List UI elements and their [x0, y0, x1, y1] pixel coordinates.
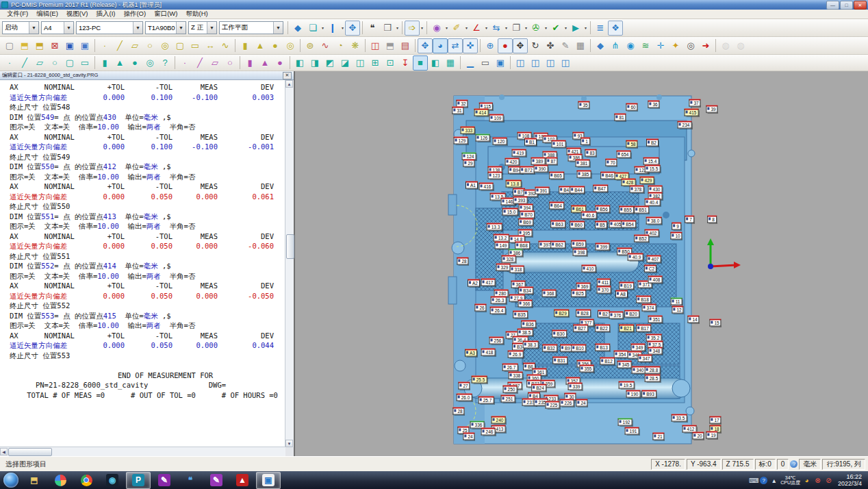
measurement-label[interactable]: 419 — [512, 149, 526, 157]
pan-view-icon[interactable]: ✥ — [418, 38, 433, 53]
view-cube-left-icon[interactable]: ◩ — [322, 55, 337, 71]
help-bubble-icon[interactable]: ? — [760, 477, 767, 484]
meas-point-icon[interactable]: ∙ — [2, 55, 17, 71]
report-layout-2-icon[interactable]: ◫ — [528, 55, 543, 71]
menu-item-1[interactable]: 编辑(E) — [32, 10, 62, 18]
measurement-label[interactable]: 28 — [457, 258, 468, 265]
startup-combo[interactable]: 启动▼ — [2, 21, 39, 34]
measurement-report-text[interactable]: AX NOMINAL+TOL-TOLMEASDEV逼近矢量方向偏差0.0000.… — [0, 80, 285, 447]
coordinate-rotate-icon-dropdown[interactable]: ▾ — [504, 25, 509, 30]
tolerance-check-icon[interactable]: ✇ — [528, 21, 544, 36]
measurement-label[interactable]: B60 — [570, 221, 585, 229]
measurement-label[interactable]: 123 — [488, 172, 502, 179]
measurement-label[interactable]: 26 — [474, 304, 486, 312]
dimension-circle-icon-dropdown[interactable]: ▾ — [444, 25, 449, 30]
measurement-label[interactable]: 17 — [709, 416, 721, 424]
measurement-label[interactable]: 368 — [542, 290, 557, 297]
measurement-label[interactable]: 415 — [685, 109, 699, 116]
grid-view-icon[interactable]: ▦ — [443, 55, 458, 71]
meas-round-slot-icon[interactable]: ▢ — [62, 55, 77, 71]
measurement-label[interactable]: B52 — [634, 235, 649, 242]
cons-cylinder-icon[interactable]: ▮ — [242, 55, 257, 71]
sphere-scan-icon[interactable]: ❋ — [348, 38, 363, 53]
camera-icon[interactable]: ◉ — [623, 38, 638, 53]
measurement-label[interactable]: 385 — [577, 171, 591, 178]
measurement-label[interactable]: 381 — [576, 160, 590, 167]
measurement-label[interactable]: 7 — [685, 216, 694, 223]
measurement-label[interactable]: 109 — [489, 114, 504, 122]
measurement-label[interactable]: 338 — [509, 372, 523, 379]
network-error-icon[interactable]: ⊗ — [813, 477, 822, 484]
measurement-label[interactable]: 39 — [706, 105, 717, 113]
workplane-combo[interactable]: 工作平面▼ — [219, 21, 283, 34]
messenger-app[interactable]: ❝ — [178, 472, 203, 489]
measurement-label[interactable]: B47 — [593, 185, 608, 192]
measurement-label[interactable]: 126 — [476, 134, 490, 142]
measurement-label[interactable]: 40.6 — [581, 212, 597, 219]
measurement-label[interactable]: 240 — [492, 416, 506, 424]
rotate-target-icon[interactable]: ◎ — [683, 38, 698, 53]
input-indicator-icon[interactable]: ⌨ — [749, 477, 758, 484]
machine-combo-arrow-icon[interactable]: ▼ — [133, 22, 142, 34]
report-layout-1-icon[interactable]: ◫ — [513, 55, 528, 71]
measurement-label[interactable]: 329 — [496, 264, 511, 271]
menu-item-5[interactable]: 窗口(W) — [150, 10, 181, 18]
measurement-label[interactable]: 26.9 — [508, 351, 524, 358]
offset-arrow-icon[interactable]: ➜ — [698, 38, 713, 53]
designer-app[interactable]: ✎ — [204, 472, 229, 489]
measurement-label[interactable]: B10 — [571, 344, 586, 352]
measurement-label[interactable]: 250 — [503, 386, 518, 393]
refresh-view-icon[interactable]: ⇄ — [448, 38, 463, 53]
measurement-label[interactable]: 420 — [505, 158, 520, 166]
probe-combo[interactable]: A4▼ — [41, 21, 74, 34]
layers-icon[interactable]: ≋ — [638, 38, 653, 53]
measurement-label[interactable]: 226 — [560, 399, 574, 407]
view-cube-back-icon[interactable]: ◨ — [307, 55, 322, 71]
measurement-label[interactable]: 20 — [692, 432, 704, 440]
measurement-label[interactable]: 15.4 — [643, 158, 659, 165]
measurement-label[interactable]: 190 — [626, 390, 641, 398]
measurement-label[interactable]: 40.4 — [645, 199, 661, 206]
measurement-label[interactable]: 24 — [463, 433, 474, 440]
zoom-fit-icon[interactable]: ✜ — [463, 38, 478, 53]
measurement-label[interactable]: 37 — [689, 99, 700, 107]
meas-square-slot-icon[interactable]: ▭ — [77, 55, 92, 71]
measurement-label[interactable]: 60 — [626, 103, 637, 111]
cpu-temp-widget[interactable]: 34℃ CPU温度 — [780, 475, 800, 486]
view-cube-iso-icon[interactable]: ⊡ — [383, 55, 398, 71]
approve-check-icon-dropdown[interactable]: ▾ — [563, 25, 568, 30]
measurement-label[interactable]: B93 — [641, 390, 656, 398]
coordinate-rotate-icon[interactable]: ⇆ — [489, 21, 504, 36]
cons-circle-icon[interactable]: ○ — [222, 55, 238, 71]
tip-combo-arrow-icon[interactable]: ▼ — [176, 22, 186, 34]
dimension-circle-icon[interactable]: ◉ — [429, 21, 444, 36]
measurement-label[interactable]: 149 — [495, 242, 509, 249]
coreldraw-app[interactable]: ✎ — [152, 472, 177, 489]
shaded-view-icon[interactable]: ◧ — [428, 55, 443, 71]
measurement-label[interactable]: 8 — [707, 216, 717, 223]
auto-line-icon[interactable]: ╱ — [112, 38, 127, 53]
measurement-label[interactable]: B72 — [520, 166, 535, 174]
measurement-label[interactable]: 13.8 — [506, 180, 522, 188]
rotate-3d-icon[interactable]: ✤ — [543, 38, 558, 53]
measurement-label[interactable]: 25.5 — [472, 376, 487, 384]
stylus-icon[interactable]: ✎ — [558, 38, 573, 53]
meas-plane-icon[interactable]: ▱ — [32, 55, 47, 71]
auto-curve-icon[interactable]: ∿ — [218, 38, 233, 53]
cons-plane-icon[interactable]: ▱ — [207, 55, 222, 71]
scan-path-icon[interactable]: ∿ — [318, 38, 333, 53]
measurement-label[interactable]: B44 — [570, 186, 585, 194]
scroll-up-icon[interactable]: ▲ — [285, 80, 293, 88]
measurement-label[interactable]: 225 — [546, 401, 560, 409]
explorer-app[interactable]: ⬒ — [22, 472, 47, 489]
measurement-label[interactable]: 129 — [454, 137, 468, 145]
capture-app[interactable]: ◉ — [100, 472, 125, 489]
auto-circle-icon[interactable]: ○ — [142, 38, 157, 53]
measurement-label[interactable]: 393 — [513, 197, 528, 204]
measurement-label[interactable]: 398 — [573, 249, 587, 256]
meas-torus-icon[interactable]: ◎ — [142, 55, 157, 71]
measurement-label[interactable]: B22 — [595, 325, 610, 332]
menu-item-0[interactable]: 文件(F) — [3, 10, 32, 18]
measurement-label[interactable]: B32 — [542, 344, 557, 352]
measurement-label[interactable]: 411 — [597, 279, 611, 286]
